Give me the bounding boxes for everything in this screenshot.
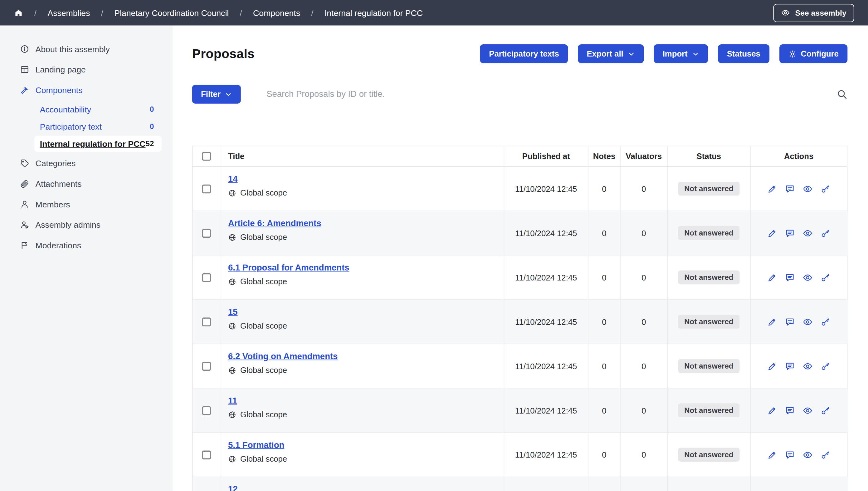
header-status: Status [668,146,751,166]
actions-cell [751,433,847,476]
notes-count-cell: 0 [588,167,621,210]
proposal-scope: Global scope [228,455,287,463]
sidebar-item-participatory-text[interactable]: Participatory text 0 [34,119,162,135]
globe-icon [228,455,237,463]
sidebar-item-moderations[interactable]: Moderations [0,235,173,256]
answer-icon[interactable] [785,317,795,327]
row-checkbox[interactable] [202,273,211,282]
breadcrumb-assembly-name[interactable]: Planetary Coordination Council [114,8,229,18]
proposal-title-link[interactable]: Article 6: Amendments [228,218,321,228]
breadcrumb-assemblies[interactable]: Assemblies [48,8,90,18]
filter-button[interactable]: Filter [192,85,241,104]
sidebar-item-assembly-admins[interactable]: Assembly admins [0,214,173,235]
proposal-title-link[interactable]: 11 [228,396,237,406]
row-title-cell: Article 6: Amendments Global scope [220,211,504,255]
preview-icon[interactable] [803,361,813,371]
edit-icon[interactable] [767,272,777,282]
edit-icon[interactable] [767,361,777,371]
proposal-title-link[interactable]: 12 [228,485,238,491]
breadcrumb-current-component[interactable]: Internal regulation for PCC [324,8,423,18]
proposal-title-link[interactable]: 6.2 Voting on Amendments [228,351,338,362]
status-badge: Not answered [678,226,740,240]
valuators-count-cell: 0 [621,300,668,344]
configure-button[interactable]: Configure [779,45,847,63]
edit-icon[interactable] [767,184,777,194]
preview-icon[interactable] [803,272,813,282]
proposal-scope: Global scope [228,189,287,197]
notes-count-cell: 0 [588,211,621,255]
row-checkbox[interactable] [202,184,211,193]
table-row: 14 Global scope 11/10/2024 12:45 0 0 Not [192,167,847,211]
row-checkbox[interactable] [202,362,211,370]
permissions-key-icon[interactable] [820,450,830,460]
edit-icon[interactable] [767,317,777,327]
row-checkbox[interactable] [202,317,211,326]
breadcrumb-separator: / [311,8,314,17]
permissions-key-icon[interactable] [820,228,830,238]
row-checkbox[interactable] [202,406,211,415]
notes-count-cell: 0 [588,300,621,344]
edit-icon[interactable] [767,450,777,460]
published-at-cell: 11/10/2024 12:45 [504,388,588,432]
layout-icon [20,65,29,74]
breadcrumb-components[interactable]: Components [253,8,300,18]
participatory-texts-button[interactable]: Participatory texts [480,45,568,63]
sidebar-item-about-assembly[interactable]: About this assembly [0,39,173,59]
count-badge: 0 [150,122,154,131]
answer-icon[interactable] [785,228,795,238]
row-title-cell: 12 [220,477,504,491]
sidebar-item-internal-regulation[interactable]: Internal regulation for PCC 52 [34,136,162,152]
proposal-title-link[interactable]: 5.1 Formation [228,440,284,450]
count-badge: 0 [150,105,154,114]
permissions-key-icon[interactable] [820,405,830,415]
statuses-button[interactable]: Statuses [718,45,769,63]
permissions-key-icon[interactable] [820,184,830,194]
select-all-checkbox[interactable] [202,152,211,161]
row-checkbox[interactable] [202,451,211,459]
answer-icon[interactable] [785,450,795,460]
import-button[interactable]: Import [654,45,708,63]
proposal-title-link[interactable]: 14 [228,174,238,184]
edit-icon[interactable] [767,228,777,238]
gear-icon [788,50,797,58]
sidebar-item-members[interactable]: Members [0,194,173,214]
proposal-title-link[interactable]: 6.1 Proposal for Amendments [228,263,349,273]
answer-icon[interactable] [785,361,795,371]
proposal-title-link[interactable]: 15 [228,307,238,317]
sidebar-item-categories[interactable]: Categories [0,153,173,174]
permissions-key-icon[interactable] [820,272,830,282]
preview-icon[interactable] [803,228,813,238]
search-input[interactable] [267,89,830,99]
table-row: 12 [192,477,847,491]
valuators-count-cell [621,477,668,491]
valuators-count-cell: 0 [621,167,668,210]
published-at-cell: 11/10/2024 12:45 [504,167,588,210]
preview-icon[interactable] [803,405,813,415]
home-icon[interactable] [14,8,23,18]
sidebar-item-accountability[interactable]: Accountability 0 [34,102,162,117]
preview-icon[interactable] [803,317,813,327]
status-cell: Not answered [668,433,751,476]
see-assembly-button[interactable]: See assembly [773,4,854,22]
actions-cell [751,388,847,432]
count-badge: 52 [146,140,154,148]
row-title-cell: 6.1 Proposal for Amendments Global scope [220,256,504,299]
paperclip-icon [20,179,29,189]
answer-icon[interactable] [785,184,795,194]
permissions-key-icon[interactable] [820,317,830,327]
answer-icon[interactable] [785,272,795,282]
table-row: 15 Global scope 11/10/2024 12:45 0 0 Not [192,300,847,344]
sidebar-item-landing-page[interactable]: Landing page [0,59,173,80]
export-all-button[interactable]: Export all [578,45,644,63]
preview-icon[interactable] [803,450,813,460]
sidebar-item-attachments[interactable]: Attachments [0,173,173,194]
preview-icon[interactable] [803,184,813,194]
breadcrumb-separator: / [240,8,242,17]
search-icon[interactable] [836,89,847,99]
permissions-key-icon[interactable] [820,361,830,371]
row-checkbox[interactable] [202,229,211,237]
edit-icon[interactable] [767,405,777,415]
answer-icon[interactable] [785,405,795,415]
globe-icon [228,233,237,241]
sidebar-item-components[interactable]: Components [0,80,173,100]
